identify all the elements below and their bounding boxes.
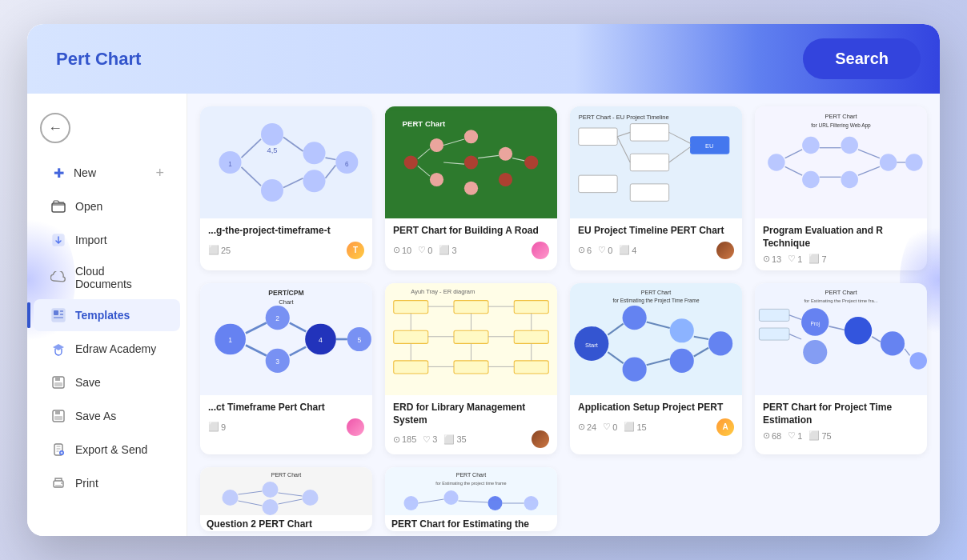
card-4-likes: ♡ 1 <box>788 254 802 264</box>
sidebar-item-academy[interactable]: Edraw Academy <box>34 333 180 365</box>
content-area: 4,5 1 6 ...g-the-project-timeframe-t ⬜ 2… <box>187 94 940 536</box>
search-input[interactable] <box>46 49 803 70</box>
card-3-stats: ⊙ 6 ♡ 0 ⬜ 4 <box>578 242 734 259</box>
svg-rect-4 <box>60 310 63 312</box>
card-6[interactable]: Ayuh Tray - ER diagram <box>385 283 557 454</box>
svg-rect-104 <box>454 361 488 374</box>
svg-point-123 <box>670 318 694 342</box>
svg-line-145 <box>872 337 881 342</box>
svg-line-143 <box>789 334 801 339</box>
svg-line-155 <box>279 493 303 496</box>
svg-line-128 <box>647 322 670 329</box>
svg-point-67 <box>802 171 820 189</box>
card-6-likes: ♡ 3 <box>423 434 437 445</box>
svg-rect-6 <box>54 317 63 318</box>
svg-line-76 <box>858 150 880 158</box>
card-5[interactable]: PERT/CPM Chart <box>200 283 372 454</box>
svg-text:4: 4 <box>319 336 323 344</box>
svg-line-89 <box>290 347 306 356</box>
svg-text:6: 6 <box>345 161 349 168</box>
svg-text:5: 5 <box>357 336 361 344</box>
card-7-thumbnail: PERT Chart for Estimating the Project Ti… <box>570 283 742 395</box>
svg-line-130 <box>694 337 708 339</box>
sidebar-item-save[interactable]: Save <box>34 366 180 398</box>
card-8[interactable]: PERT Chart for Estimating the Project ti… <box>755 283 927 454</box>
svg-rect-53 <box>630 124 668 142</box>
sidebar-item-cloud[interactable]: Cloud Documents <box>34 258 180 298</box>
card-1[interactable]: 4,5 1 6 ...g-the-project-timeframe-t ⬜ 2… <box>200 106 372 270</box>
card-3-thumbnail: PERT Chart - EU Project Timeline <box>570 106 742 218</box>
svg-point-151 <box>263 499 279 515</box>
card-5-copies: ⬜ 9 <box>208 422 226 432</box>
card-8-likes: ♡ 1 <box>788 430 802 441</box>
svg-text:PERT Chart: PERT Chart <box>825 289 857 296</box>
sidebar-item-import[interactable]: Import <box>34 224 180 256</box>
svg-line-86 <box>246 323 267 334</box>
card-2-info: PERT Chart for Building A Road ⊙ 10 ♡ 0 … <box>385 218 557 266</box>
card-6-copies: ⬜ 35 <box>443 434 466 445</box>
sidebar-item-new[interactable]: ✚ New + <box>34 157 180 189</box>
card-8-copies: ⬜ 75 <box>809 430 831 441</box>
card-1-info: ...g-the-project-timeframe-t ⬜ 25 T <box>200 218 372 266</box>
sidebar-item-templates[interactable]: Templates <box>34 299 180 331</box>
card-6-thumbnail: Ayuh Tray - ER diagram <box>385 283 557 395</box>
card-8-info: PERT Chart for Project Time Estimation ⊙… <box>755 395 927 447</box>
card-10[interactable]: PERT Chart for Estimating the project ti… <box>385 467 557 531</box>
card-7-stats: ⊙ 24 ♡ 0 ⬜ 15 A <box>578 418 734 436</box>
svg-line-126 <box>608 324 623 335</box>
sidebar-label-open: Open <box>75 200 102 213</box>
svg-text:PERT Chart: PERT Chart <box>403 119 446 128</box>
sidebar-label-academy: Edraw Academy <box>75 342 156 355</box>
card-9[interactable]: PERT Chart Question 2 PERT Chart <box>200 467 372 531</box>
sidebar-item-export[interactable]: Export & Send <box>34 434 180 466</box>
svg-rect-8 <box>55 377 60 381</box>
print-icon <box>50 474 67 492</box>
sidebar-item-print[interactable]: Print <box>34 467 180 499</box>
svg-point-141 <box>910 352 928 370</box>
svg-rect-54 <box>630 154 668 171</box>
card-7[interactable]: PERT Chart for Estimating the Project Ti… <box>570 283 742 454</box>
search-button[interactable]: Search <box>803 38 921 79</box>
svg-text:for URL Filtering Web App: for URL Filtering Web App <box>811 122 871 129</box>
svg-text:3: 3 <box>275 358 279 366</box>
card-4-copies: ⬜ 7 <box>809 254 826 264</box>
main-content: ← ✚ New + Open Import <box>27 94 940 536</box>
svg-rect-3 <box>54 310 58 315</box>
svg-text:2: 2 <box>275 315 279 323</box>
card-3[interactable]: PERT Chart - EU Project Timeline <box>570 106 742 270</box>
card-6-avatar <box>532 430 549 448</box>
copy-icon: ⬜ <box>208 245 219 255</box>
card-2[interactable]: PERT Chart <box>385 106 557 270</box>
open-icon <box>50 198 67 215</box>
import-icon <box>50 231 67 249</box>
svg-rect-9 <box>54 382 62 386</box>
svg-point-149 <box>223 490 239 506</box>
card-7-info: Application Setup Project PERT ⊙ 24 ♡ 0 … <box>570 395 742 442</box>
svg-line-154 <box>239 501 263 506</box>
card-1-title: ...g-the-project-timeframe-t <box>208 225 364 238</box>
svg-rect-136 <box>759 328 789 340</box>
svg-rect-5 <box>60 314 63 315</box>
svg-text:1: 1 <box>228 161 232 168</box>
svg-point-159 <box>404 496 419 510</box>
svg-point-139 <box>845 317 872 344</box>
card-10-thumbnail: PERT Chart for Estimating the project ti… <box>385 467 557 515</box>
svg-point-121 <box>623 306 647 330</box>
card-6-title: ERD for Library Management System <box>393 402 549 426</box>
svg-point-37 <box>430 173 443 186</box>
sidebar-item-saveas[interactable]: Save As <box>34 400 180 432</box>
svg-line-156 <box>279 499 303 504</box>
card-7-title: Application Setup Project PERT <box>578 402 734 414</box>
card-4[interactable]: PERT Chart for URL Filtering Web App <box>755 106 927 270</box>
card-3-info: EU Project Timeline PERT Chart ⊙ 6 ♡ 0 ⬜… <box>570 218 742 266</box>
back-button[interactable]: ← <box>40 113 70 143</box>
sidebar-item-open[interactable]: Open <box>34 190 180 222</box>
svg-line-131 <box>694 348 708 357</box>
sidebar-label-new: New <box>74 166 96 179</box>
svg-point-38 <box>464 130 478 143</box>
svg-line-164 <box>459 501 488 502</box>
card-5-stats: ⬜ 9 <box>208 418 364 436</box>
svg-point-70 <box>880 154 897 171</box>
back-icon: ← <box>48 120 62 137</box>
svg-line-27 <box>283 178 303 188</box>
